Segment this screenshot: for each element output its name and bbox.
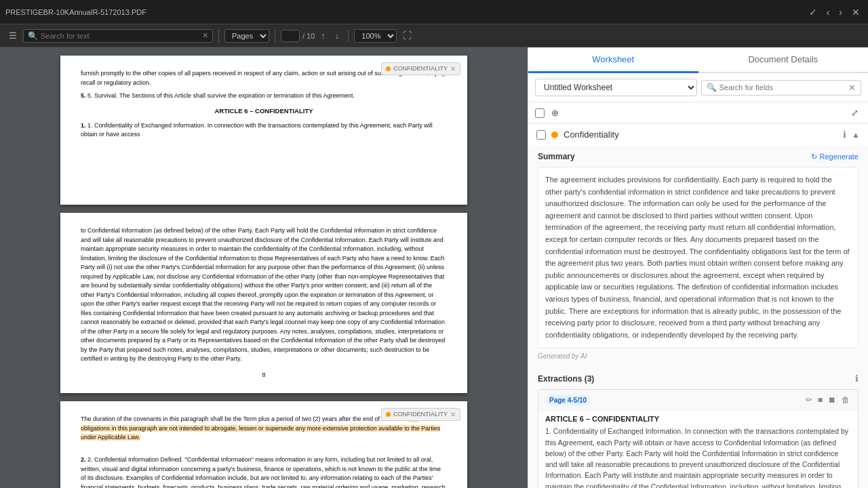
pdf-panel[interactable]: furnish promptly to the other copies of … bbox=[0, 47, 528, 488]
ws-section-dot bbox=[551, 131, 558, 138]
ws-expand-buttons: ⤢ bbox=[848, 106, 861, 119]
confidentiality-tag-2: CONFIDENTIALITY ✕ bbox=[381, 408, 460, 421]
tab-document-details[interactable]: Document Details bbox=[698, 47, 869, 73]
worksheet-search-wrapper: 🔍 ✕ bbox=[701, 80, 862, 96]
separator2 bbox=[275, 30, 275, 42]
regenerate-button[interactable]: ↻ Regenerate bbox=[811, 152, 859, 161]
pdf-page-number: 8 bbox=[81, 371, 447, 380]
extractions-header: Extractions (3) ℹ bbox=[538, 373, 859, 384]
toolbar: ☰ 🔍 ✕ Pages 5 / 10 ↑ ↓ 100% ⛶ bbox=[0, 24, 868, 47]
confidentiality-tag-1: CONFIDENTIALITY ✕ bbox=[381, 62, 460, 75]
page-number-input[interactable]: 5 bbox=[281, 30, 300, 42]
ws-expand-button[interactable]: ⤢ bbox=[848, 106, 861, 119]
ws-add-button[interactable]: ⊕ bbox=[549, 106, 561, 119]
ws-info-icon[interactable]: ℹ bbox=[843, 129, 846, 140]
worksheet-name-select[interactable]: Untitled Worksheet bbox=[535, 79, 697, 96]
page-down-button[interactable]: ↓ bbox=[332, 28, 343, 43]
extraction-body-1: 1. Confidentiality of Exchanged Informat… bbox=[538, 426, 858, 488]
pdf-body-text: to Confidential Information (as defined … bbox=[81, 226, 447, 364]
conf-tag-close-2[interactable]: ✕ bbox=[450, 409, 456, 420]
search-icon: 🔍 bbox=[28, 31, 38, 41]
main-layout: furnish promptly to the other copies of … bbox=[0, 47, 868, 488]
pdf-article6-heading: ARTICLE 6 – CONFIDENTIALITY bbox=[81, 106, 447, 116]
separator1 bbox=[218, 30, 219, 42]
top-bar: PRESTIGEBR-10KAnnualR-5172013.PDF ✓ ‹ › … bbox=[0, 0, 868, 24]
summary-header: Summary ↻ Regenerate bbox=[538, 152, 859, 161]
extractions-label: Extractions (3) bbox=[538, 374, 594, 384]
fit-page-button[interactable]: ⛶ bbox=[399, 28, 415, 43]
page-up-button[interactable]: ↑ bbox=[317, 28, 329, 43]
summary-text: The agreement includes provisions for co… bbox=[538, 167, 859, 348]
pdf-item5-num: 5. bbox=[81, 92, 86, 99]
conf-tag-close-1[interactable]: ✕ bbox=[450, 64, 456, 74]
pdf-item1-num: 1. bbox=[81, 122, 86, 129]
close-button[interactable]: ✕ bbox=[849, 5, 863, 19]
ws-tools-row: ⊕ ⤢ bbox=[528, 102, 868, 124]
panel-tabs: Worksheet Document Details bbox=[528, 47, 868, 73]
pdf-page-body: to Confidential Information (as defined … bbox=[60, 213, 467, 393]
back-button[interactable]: ‹ bbox=[824, 5, 833, 19]
regenerate-icon: ↻ bbox=[811, 152, 817, 161]
sidebar-toggle-button[interactable]: ☰ bbox=[5, 28, 20, 43]
search-wrapper: 🔍 ✕ bbox=[23, 29, 213, 43]
worksheet-search-input[interactable] bbox=[719, 83, 846, 92]
top-bar-icons: ✓ ‹ › ✕ bbox=[806, 5, 863, 19]
extraction-card-1: Page 4-5/10 ✏ ■ ⏹ 🗑 ARTICLE 6 – CONFIDEN… bbox=[538, 389, 859, 488]
separator3 bbox=[348, 30, 349, 42]
conf-tag-label-2: CONFIDENTIALITY bbox=[393, 410, 448, 420]
worksheet-content: Untitled Worksheet 🔍 ✕ ⊕ ⤢ bbox=[528, 73, 868, 488]
zoom-select[interactable]: 100% bbox=[354, 29, 397, 43]
ws-section-confidentiality: Confidentiality ℹ ▲ Summary ↻ Regenerate… bbox=[528, 124, 868, 488]
conf-dot-1 bbox=[386, 66, 391, 71]
generated-by-label: Generated by AI bbox=[538, 352, 859, 360]
extraction-stop-button[interactable]: ■ bbox=[816, 394, 824, 406]
extraction-card-header-1: Page 4-5/10 ✏ ■ ⏹ 🗑 bbox=[538, 390, 858, 411]
extraction-actions-1: ✏ ■ ⏹ 🗑 bbox=[804, 394, 851, 406]
pdf-item2-text: 2. Confidential Information Defined. "Co… bbox=[81, 456, 446, 488]
ws-search-close[interactable]: ✕ bbox=[848, 83, 856, 93]
forward-button[interactable]: › bbox=[836, 5, 845, 19]
total-pages: / 10 bbox=[302, 32, 315, 40]
ws-search-icon: 🔍 bbox=[707, 83, 717, 92]
pdf-item2-num: 2. bbox=[81, 456, 86, 463]
conf-dot-2 bbox=[386, 412, 391, 417]
pdf-page-top: furnish promptly to the other copies of … bbox=[60, 56, 467, 205]
extraction-delete-button[interactable]: 🗑 bbox=[840, 394, 851, 406]
pdf-item1-text: 1. Confidentiality of Exchanged Informat… bbox=[81, 122, 433, 138]
summary-label: Summary bbox=[538, 152, 575, 161]
pdf-item5-text: 5. Survival. The Sections of this Articl… bbox=[87, 92, 355, 99]
extractions-info-icon[interactable]: ℹ bbox=[855, 373, 859, 384]
extraction-edit-button[interactable]: ✏ bbox=[804, 394, 814, 406]
ws-select-all-checkbox[interactable] bbox=[535, 108, 545, 118]
ws-section-title: Confidentiality bbox=[564, 129, 837, 140]
summary-section: Summary ↻ Regenerate The agreement inclu… bbox=[528, 145, 868, 367]
file-name: PRESTIGEBR-10KAnnualR-5172013.PDF bbox=[5, 8, 801, 16]
ws-section-header[interactable]: Confidentiality ℹ ▲ bbox=[528, 124, 868, 145]
view-mode-select[interactable]: Pages bbox=[224, 29, 269, 43]
check-button[interactable]: ✓ bbox=[806, 5, 820, 19]
right-panel: Worksheet Document Details Untitled Work… bbox=[528, 47, 868, 488]
ws-chevron-icon[interactable]: ▲ bbox=[852, 130, 860, 140]
search-input[interactable] bbox=[41, 32, 199, 40]
regenerate-label: Regenerate bbox=[820, 152, 859, 161]
pdf-page-3: The duration of the covenants in this pa… bbox=[60, 401, 467, 488]
extraction-pause-button[interactable]: ⏹ bbox=[827, 394, 837, 406]
conf-tag-label-1: CONFIDENTIALITY bbox=[393, 64, 448, 74]
ws-section-checkbox[interactable] bbox=[536, 130, 546, 140]
extractions-section: Extractions (3) ℹ Page 4-5/10 ✏ ■ ⏹ 🗑 bbox=[528, 367, 868, 488]
search-clear-icon[interactable]: ✕ bbox=[202, 31, 208, 40]
tab-worksheet[interactable]: Worksheet bbox=[528, 47, 698, 73]
worksheet-header: Untitled Worksheet 🔍 ✕ bbox=[528, 73, 868, 102]
extraction-page-tag-1[interactable]: Page 4-5/10 bbox=[545, 395, 591, 405]
extraction-title-1: ARTICLE 6 – CONFIDENTIALITY bbox=[538, 411, 858, 426]
